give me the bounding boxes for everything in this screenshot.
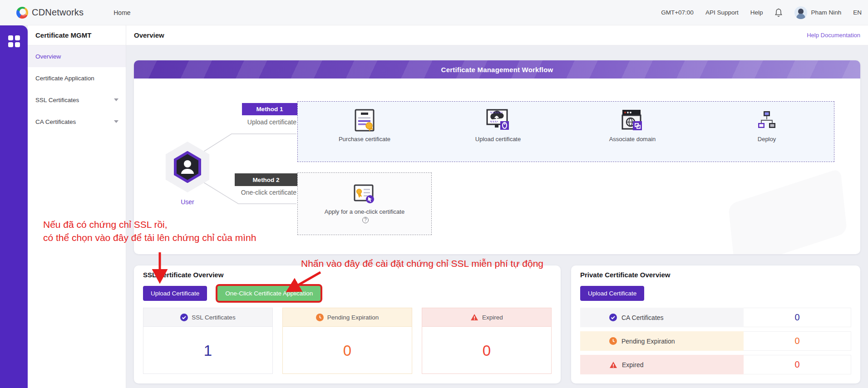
user-icon [173,151,202,183]
stat-row-ca-certificates: CA Certificates 0 [580,308,851,327]
upload-certificate-button[interactable]: Upload Certificate [143,286,207,301]
stat-value: 0 [744,331,851,351]
user-hexagon [162,142,213,192]
language-switcher[interactable]: EN [853,9,862,16]
associate-domain-icon [596,107,669,132]
nav-home[interactable]: Home [113,9,130,16]
chevron-down-icon [114,98,118,101]
clock-icon [316,314,324,321]
user-label: User [162,198,213,206]
private-panel-title: Private Certificate Overview [580,271,851,279]
user-avatar [794,6,807,19]
decorative-watermark [728,168,847,254]
apps-grid-icon[interactable] [8,35,20,47]
sidebar-item-certificate-application[interactable]: Certificate Application [28,67,126,89]
brand-logo[interactable]: CDNetworks [16,7,84,19]
stat-label: Expired [482,314,503,321]
ssl-panel-title: SSL Certificate Overview [143,271,552,279]
sidebar-title: Certificate MGMT [28,25,126,45]
stat-value: 1 [143,327,272,374]
workflow-card: Certificate Management Workflow [134,60,860,254]
stat-label: SSL Certificates [192,314,235,321]
timezone-label[interactable]: GMT+07:00 [661,9,694,16]
sidebar-item-label: SSL Certificates [35,97,79,103]
user-menu[interactable]: Pham Ninh [794,6,841,19]
page-title: Overview [134,31,164,39]
step-associate-domain: Associate domain [596,107,669,142]
nav-api-support[interactable]: API Support [705,9,739,16]
help-documentation-link[interactable]: Help Documentation [807,32,860,39]
page-header: Overview Help Documentation [126,25,868,45]
one-click-certificate-application-button[interactable]: One-Click Certificate Application [217,286,321,301]
warning-triangle-icon [470,314,478,321]
sidebar-item-overview[interactable]: Overview [28,45,126,67]
upload-certificate-button[interactable]: Upload Certificate [580,286,644,301]
step-label: Deploy [730,136,803,142]
sidebar-item-ca-certificates[interactable]: CA Certificates [28,111,126,133]
clock-icon [609,337,617,345]
ssl-certificate-overview-panel: SSL Certificate Overview Upload Certific… [134,265,561,383]
method1-tag: Method 1 [242,103,297,115]
sidebar-item-label: Overview [35,53,61,60]
stat-tile-pending-expiration: Pending Expiration 0 [282,308,412,374]
stat-value: 0 [283,327,412,374]
chevron-down-icon [114,120,118,123]
app-rail [0,25,28,388]
user-name: Pham Ninh [811,9,841,16]
purchase-certificate-icon [328,107,401,132]
stat-tile-ssl-certificates: SSL Certificates 1 [143,308,273,374]
private-certificate-overview-panel: Private Certificate Overview Upload Cert… [571,265,860,383]
step-label: Associate domain [596,136,669,142]
upload-certificate-icon [462,107,534,132]
sidebar: Certificate MGMT Overview Certificate Ap… [28,25,126,388]
check-circle-icon [180,314,188,321]
stat-row-expired: Expired 0 [580,355,851,374]
nav-help[interactable]: Help [750,9,763,16]
stat-label: Expired [622,361,643,368]
stat-value: 0 [744,355,851,374]
stat-tile-expired: Expired 0 [422,308,552,374]
brand-name: CDNetworks [32,7,84,18]
cdnetworks-logo-icon [16,7,28,19]
check-circle-icon [609,314,617,321]
stat-row-pending-expiration: Pending Expiration 0 [580,331,851,351]
step-label: Upload certificate [462,136,534,142]
step-label: Apply for a one-click certificate? [324,208,405,223]
notification-bell-icon[interactable] [774,8,783,17]
warning-triangle-icon [609,361,617,368]
step-deploy: Deploy [730,107,803,142]
sidebar-item-label: CA Certificates [35,118,76,125]
step-one-click-certificate: Apply for a one-click certificate? [324,179,405,223]
help-question-icon[interactable]: ? [362,217,369,223]
step-label: Purchase certificate [328,136,401,142]
method1-subtitle: Upload certificate [202,118,296,126]
stat-value: 0 [744,308,851,327]
step-purchase-certificate: Purchase certificate [328,107,401,142]
stat-label: CA Certificates [621,314,664,321]
stat-value: 0 [422,327,551,374]
sidebar-item-label: Certificate Application [35,75,94,82]
one-click-certificate-icon [324,179,405,205]
deploy-icon [730,107,803,132]
workflow-title: Certificate Management Workflow [441,66,553,74]
stat-label: Pending Expiration [621,338,675,345]
method2-subtitle: One-click certificate [202,189,296,196]
method2-tag: Method 2 [235,173,297,186]
sidebar-item-ssl-certificates[interactable]: SSL Certificates [28,89,126,111]
step-upload-certificate: Upload certificate [462,107,534,142]
workflow-banner: Certificate Management Workflow [134,60,860,79]
top-bar: CDNetworks Home GMT+07:00 API Support He… [0,0,868,25]
stat-label: Pending Expiration [327,314,379,321]
one-click-step-text: Apply for a one-click certificate [325,208,404,215]
